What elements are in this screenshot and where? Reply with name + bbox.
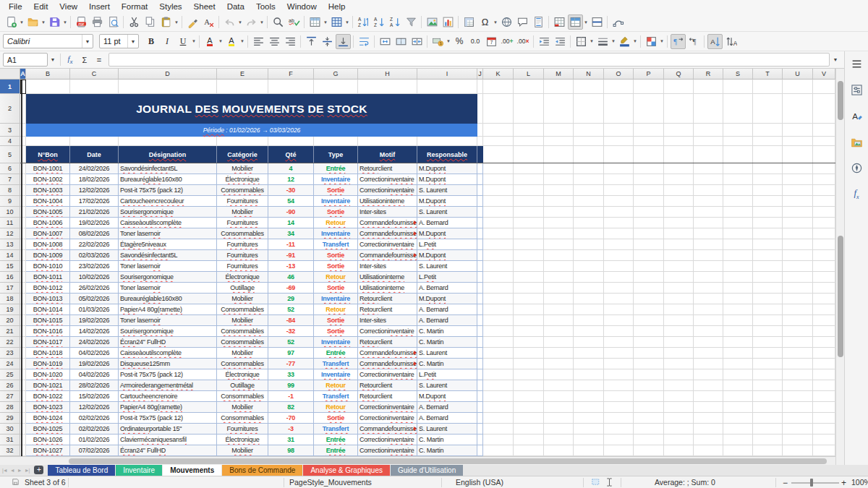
cell-date[interactable]: 07/02/2026 [70, 445, 119, 456]
row-header-14[interactable]: 14 [0, 250, 20, 261]
cell-designation[interactable]: Toner laser noir [119, 283, 217, 294]
print-preview-button[interactable] [106, 14, 121, 30]
cell-type[interactable]: Sortie [314, 185, 358, 196]
cell-bon[interactable]: BON-1013 [26, 294, 70, 304]
cell-type[interactable]: Transfert [314, 391, 358, 402]
row-header-7[interactable]: 7 [0, 174, 20, 185]
row-header-31[interactable]: 31 [0, 435, 20, 445]
italic-button[interactable]: I [160, 34, 175, 49]
chevron-down-icon[interactable]: ▼ [127, 35, 138, 48]
align-right-button[interactable] [283, 34, 298, 49]
cell-qte[interactable]: -13 [268, 261, 314, 272]
row-header-29[interactable]: 29 [0, 413, 20, 424]
cell-bon[interactable]: BON-1007 [26, 228, 70, 239]
cell-spacer[interactable] [477, 207, 483, 218]
redo-dropdown-icon[interactable]: ▼ [259, 14, 265, 30]
cell-spacer[interactable] [477, 445, 483, 456]
cell-date[interactable]: 26/02/2026 [70, 283, 119, 294]
add-sheet-button[interactable]: + [34, 466, 43, 474]
cell-categorie[interactable]: Consommables [217, 359, 268, 369]
first-sheet-icon[interactable]: |◄ [2, 468, 7, 473]
cell-spacer[interactable] [477, 218, 483, 228]
cell-motif[interactable]: Correction inventaire [358, 174, 417, 185]
insert-mode-icon[interactable] [606, 478, 613, 488]
cell-date[interactable]: 02/03/2026 [70, 250, 119, 261]
row-header-12[interactable]: 12 [0, 228, 20, 239]
row-header-25[interactable]: 25 [0, 369, 20, 380]
cell-designation[interactable]: Caisse à outils complète [119, 218, 217, 228]
function-wizard-button[interactable]: fx [63, 54, 77, 65]
cell-categorie[interactable]: Outillage [217, 380, 268, 391]
cell-responsable[interactable]: S. Laurent [417, 207, 477, 218]
row-header-15[interactable]: 15 [0, 261, 20, 272]
paste-button[interactable] [158, 14, 174, 30]
print-button[interactable] [90, 14, 105, 30]
cell-bon[interactable]: BON-1027 [26, 445, 70, 456]
horizontal-scrollbar-thumb[interactable] [69, 458, 827, 464]
redo-button[interactable] [244, 14, 259, 30]
row-header-16[interactable]: 16 [0, 272, 20, 283]
row-header-5[interactable]: 5 [0, 146, 20, 163]
cell-categorie[interactable]: Fournitures [217, 218, 268, 228]
cell-designation[interactable]: Toner laser noir [119, 315, 217, 326]
cell-bon[interactable]: BON-1025 [26, 424, 70, 435]
column-header-C[interactable]: C [70, 69, 119, 80]
cell-categorie[interactable]: Consommables [217, 413, 268, 424]
clear-formatting-button[interactable]: A [201, 14, 216, 30]
cell-motif[interactable]: Retour client [358, 304, 417, 315]
cell-date[interactable]: 04/02/2026 [70, 369, 119, 380]
highlight-color-button[interactable]: A [224, 34, 239, 49]
font-name-select[interactable]: Calibri ▼ [3, 34, 93, 48]
cell-qte[interactable]: -30 [268, 185, 314, 196]
border-color-dropdown-icon[interactable]: ▼ [632, 34, 638, 49]
cell-categorie[interactable]: Mobilier [217, 294, 268, 304]
cell-qte[interactable]: -91 [268, 250, 314, 261]
unmerge-cells-button[interactable] [409, 34, 425, 49]
cell-motif[interactable]: Commande fournisseur [358, 250, 417, 261]
clone-formatting-button[interactable] [185, 14, 200, 30]
formula-input[interactable] [109, 53, 830, 67]
cell-date[interactable]: 04/02/2026 [70, 348, 119, 359]
language-label[interactable]: English (USA) [456, 478, 503, 487]
cell-responsable[interactable]: S. Laurent [417, 424, 477, 435]
text-direction-vertical-button[interactable]: A [723, 34, 739, 49]
column-header-P[interactable]: P [634, 69, 664, 80]
cell-date[interactable]: 23/02/2026 [70, 261, 119, 272]
autofilter-button[interactable] [404, 14, 419, 30]
cell-responsable[interactable]: L. Petit [417, 239, 477, 250]
cell-responsable[interactable]: S. Laurent [417, 185, 477, 196]
column-header-J[interactable]: J [477, 69, 483, 80]
highlight-color-dropdown-icon[interactable]: ▼ [239, 34, 245, 49]
row-header-8[interactable]: 8 [0, 185, 20, 196]
cell-designation[interactable]: Post-it 75x75 (pack 12) [119, 369, 217, 380]
cell-motif[interactable]: Retour client [358, 163, 417, 174]
cell-type[interactable]: Inventaire [314, 228, 358, 239]
insert-chart-button[interactable] [441, 14, 456, 30]
open-button[interactable] [25, 14, 41, 30]
column-header-B[interactable]: B [26, 69, 70, 80]
cell-date[interactable]: 01/03/2026 [70, 304, 119, 315]
zoom-slider-thumb[interactable] [810, 479, 813, 487]
column-header-D[interactable]: D [119, 69, 217, 80]
cell-bon[interactable]: BON-1026 [26, 435, 70, 445]
left-to-right-button[interactable]: ¶ [671, 34, 686, 49]
cell-qte[interactable]: -1 [268, 391, 314, 402]
sort-ascending-button[interactable]: AZ [372, 14, 387, 30]
cell-responsable[interactable]: A. Bernard [417, 402, 477, 413]
copy-button[interactable] [142, 14, 158, 30]
merge-cells-button[interactable] [393, 34, 409, 49]
sheet-tab-mouvements[interactable]: Mouvements [163, 465, 221, 476]
sheet-tab-inventaire[interactable]: Inventaire [116, 465, 162, 476]
cell-qte[interactable]: 14 [268, 218, 314, 228]
cell-responsable[interactable]: M. Dupont [417, 174, 477, 185]
cell-motif[interactable]: Commande fournisseur [358, 348, 417, 359]
cell-bon[interactable]: BON-1012 [26, 283, 70, 294]
cell-categorie[interactable]: Consommables [217, 228, 268, 239]
cell-spacer[interactable] [477, 326, 483, 337]
cell-spacer[interactable] [477, 239, 483, 250]
show-draw-functions-button[interactable] [610, 14, 626, 30]
cell-bon[interactable]: BON-1024 [26, 413, 70, 424]
cell-date[interactable]: 02/02/2026 [70, 424, 119, 435]
row-header-30[interactable]: 30 [0, 424, 20, 435]
cell-responsable[interactable]: S. Laurent [417, 380, 477, 391]
